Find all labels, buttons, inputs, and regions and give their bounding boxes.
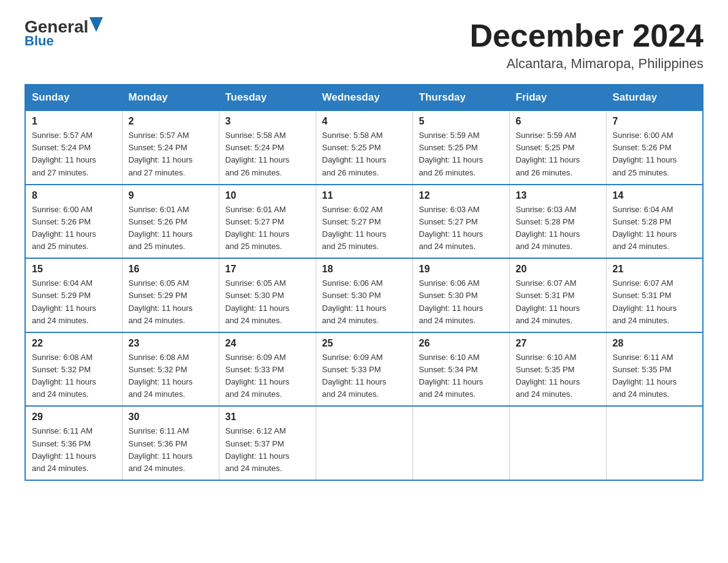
day-number: 11 (322, 190, 406, 201)
day-number: 4 (322, 116, 406, 127)
calendar-cell: 19 Sunrise: 6:06 AM Sunset: 5:30 PM Dayl… (412, 258, 509, 332)
day-info: Sunrise: 6:04 AM Sunset: 5:28 PM Dayligh… (613, 204, 697, 253)
calendar-week-row: 29 Sunrise: 6:11 AM Sunset: 5:36 PM Dayl… (25, 406, 703, 480)
day-info: Sunrise: 6:11 AM Sunset: 5:36 PM Dayligh… (129, 425, 213, 475)
calendar-cell: 17 Sunrise: 6:05 AM Sunset: 5:30 PM Dayl… (219, 258, 316, 332)
day-number: 5 (419, 116, 503, 127)
calendar-cell: 5 Sunrise: 5:59 AM Sunset: 5:25 PM Dayli… (412, 110, 509, 185)
calendar-cell: 15 Sunrise: 6:04 AM Sunset: 5:29 PM Dayl… (25, 258, 122, 332)
day-info: Sunrise: 6:11 AM Sunset: 5:36 PM Dayligh… (32, 425, 116, 475)
header-tuesday: Tuesday (219, 85, 316, 110)
day-number: 17 (226, 264, 309, 275)
calendar-cell: 4 Sunrise: 5:58 AM Sunset: 5:25 PM Dayli… (316, 110, 412, 185)
calendar-cell: 22 Sunrise: 6:08 AM Sunset: 5:32 PM Dayl… (25, 332, 122, 407)
calendar-cell: 3 Sunrise: 5:58 AM Sunset: 5:24 PM Dayli… (219, 110, 316, 185)
calendar-cell: 28 Sunrise: 6:11 AM Sunset: 5:35 PM Dayl… (606, 332, 703, 407)
logo-blue: Blue (25, 33, 103, 49)
day-info: Sunrise: 6:06 AM Sunset: 5:30 PM Dayligh… (322, 277, 406, 327)
day-info: Sunrise: 6:10 AM Sunset: 5:34 PM Dayligh… (419, 351, 503, 401)
calendar-week-row: 8 Sunrise: 6:00 AM Sunset: 5:26 PM Dayli… (25, 185, 703, 259)
day-number: 24 (226, 338, 309, 349)
calendar-cell: 1 Sunrise: 5:57 AM Sunset: 5:24 PM Dayli… (25, 110, 122, 185)
calendar-cell (606, 406, 703, 480)
day-info: Sunrise: 5:58 AM Sunset: 5:24 PM Dayligh… (226, 129, 309, 179)
day-number: 29 (32, 412, 116, 423)
calendar-cell: 29 Sunrise: 6:11 AM Sunset: 5:36 PM Dayl… (25, 406, 122, 480)
calendar-cell: 30 Sunrise: 6:11 AM Sunset: 5:36 PM Dayl… (122, 406, 219, 480)
day-number: 3 (226, 116, 309, 127)
day-info: Sunrise: 6:06 AM Sunset: 5:30 PM Dayligh… (419, 277, 503, 327)
day-info: Sunrise: 6:03 AM Sunset: 5:27 PM Dayligh… (419, 204, 503, 253)
header-thursday: Thursday (412, 85, 509, 110)
day-number: 2 (129, 116, 213, 127)
logo-arrow-icon (89, 17, 103, 32)
day-info: Sunrise: 6:09 AM Sunset: 5:33 PM Dayligh… (226, 351, 309, 401)
calendar-title: December 2024 (469, 18, 703, 53)
calendar-cell: 27 Sunrise: 6:10 AM Sunset: 5:35 PM Dayl… (509, 332, 606, 407)
day-number: 12 (419, 190, 503, 201)
day-info: Sunrise: 6:05 AM Sunset: 5:30 PM Dayligh… (226, 277, 309, 327)
calendar-cell: 11 Sunrise: 6:02 AM Sunset: 5:27 PM Dayl… (316, 185, 412, 259)
day-number: 10 (226, 190, 309, 201)
day-number: 27 (516, 338, 600, 349)
day-info: Sunrise: 6:08 AM Sunset: 5:32 PM Dayligh… (32, 351, 116, 401)
calendar-cell: 21 Sunrise: 6:07 AM Sunset: 5:31 PM Dayl… (606, 258, 703, 332)
day-info: Sunrise: 6:01 AM Sunset: 5:26 PM Dayligh… (129, 204, 213, 253)
day-number: 9 (129, 190, 213, 201)
day-number: 20 (516, 264, 600, 275)
calendar-subtitle: Alcantara, Mimaropa, Philippines (469, 56, 703, 72)
day-info: Sunrise: 5:57 AM Sunset: 5:24 PM Dayligh… (129, 129, 213, 179)
day-number: 25 (322, 338, 406, 349)
calendar-cell: 20 Sunrise: 6:07 AM Sunset: 5:31 PM Dayl… (509, 258, 606, 332)
day-info: Sunrise: 6:00 AM Sunset: 5:26 PM Dayligh… (32, 204, 116, 253)
day-number: 14 (613, 190, 697, 201)
day-number: 1 (32, 116, 116, 127)
day-info: Sunrise: 6:07 AM Sunset: 5:31 PM Dayligh… (613, 277, 697, 327)
day-info: Sunrise: 6:08 AM Sunset: 5:32 PM Dayligh… (129, 351, 213, 401)
calendar-cell (316, 406, 412, 480)
day-number: 30 (129, 412, 213, 423)
day-info: Sunrise: 6:11 AM Sunset: 5:35 PM Dayligh… (613, 351, 697, 401)
header-sunday: Sunday (25, 85, 122, 110)
calendar-header-row: SundayMondayTuesdayWednesdayThursdayFrid… (25, 85, 703, 110)
day-number: 31 (226, 412, 309, 423)
calendar-cell: 14 Sunrise: 6:04 AM Sunset: 5:28 PM Dayl… (606, 185, 703, 259)
day-number: 18 (322, 264, 406, 275)
calendar-week-row: 1 Sunrise: 5:57 AM Sunset: 5:24 PM Dayli… (25, 110, 703, 185)
calendar-cell: 6 Sunrise: 5:59 AM Sunset: 5:25 PM Dayli… (509, 110, 606, 185)
day-number: 22 (32, 338, 116, 349)
day-info: Sunrise: 6:07 AM Sunset: 5:31 PM Dayligh… (516, 277, 600, 327)
day-number: 28 (613, 338, 697, 349)
day-number: 23 (129, 338, 213, 349)
logo: General Blue (25, 18, 103, 49)
day-info: Sunrise: 6:00 AM Sunset: 5:26 PM Dayligh… (613, 129, 697, 179)
calendar-cell: 12 Sunrise: 6:03 AM Sunset: 5:27 PM Dayl… (412, 185, 509, 259)
calendar-cell: 24 Sunrise: 6:09 AM Sunset: 5:33 PM Dayl… (219, 332, 316, 407)
day-info: Sunrise: 6:09 AM Sunset: 5:33 PM Dayligh… (322, 351, 406, 401)
title-block: December 2024 Alcantara, Mimaropa, Phili… (469, 18, 703, 72)
day-number: 16 (129, 264, 213, 275)
day-info: Sunrise: 5:58 AM Sunset: 5:25 PM Dayligh… (322, 129, 406, 179)
day-info: Sunrise: 5:59 AM Sunset: 5:25 PM Dayligh… (516, 129, 600, 179)
calendar-cell: 13 Sunrise: 6:03 AM Sunset: 5:28 PM Dayl… (509, 185, 606, 259)
calendar-cell: 26 Sunrise: 6:10 AM Sunset: 5:34 PM Dayl… (412, 332, 509, 407)
calendar-cell: 10 Sunrise: 6:01 AM Sunset: 5:27 PM Dayl… (219, 185, 316, 259)
calendar-cell: 18 Sunrise: 6:06 AM Sunset: 5:30 PM Dayl… (316, 258, 412, 332)
calendar-cell: 8 Sunrise: 6:00 AM Sunset: 5:26 PM Dayli… (25, 185, 122, 259)
header-friday: Friday (509, 85, 606, 110)
day-number: 26 (419, 338, 503, 349)
calendar-cell: 7 Sunrise: 6:00 AM Sunset: 5:26 PM Dayli… (606, 110, 703, 185)
day-number: 6 (516, 116, 600, 127)
day-number: 8 (32, 190, 116, 201)
calendar-cell: 9 Sunrise: 6:01 AM Sunset: 5:26 PM Dayli… (122, 185, 219, 259)
day-number: 21 (613, 264, 697, 275)
day-info: Sunrise: 5:57 AM Sunset: 5:24 PM Dayligh… (32, 129, 116, 179)
day-number: 19 (419, 264, 503, 275)
day-info: Sunrise: 6:05 AM Sunset: 5:29 PM Dayligh… (129, 277, 213, 327)
svg-marker-0 (89, 17, 103, 32)
header-monday: Monday (122, 85, 219, 110)
calendar-cell: 23 Sunrise: 6:08 AM Sunset: 5:32 PM Dayl… (122, 332, 219, 407)
calendar-cell: 16 Sunrise: 6:05 AM Sunset: 5:29 PM Dayl… (122, 258, 219, 332)
calendar-cell: 2 Sunrise: 5:57 AM Sunset: 5:24 PM Dayli… (122, 110, 219, 185)
calendar-cell: 31 Sunrise: 6:12 AM Sunset: 5:37 PM Dayl… (219, 406, 316, 480)
